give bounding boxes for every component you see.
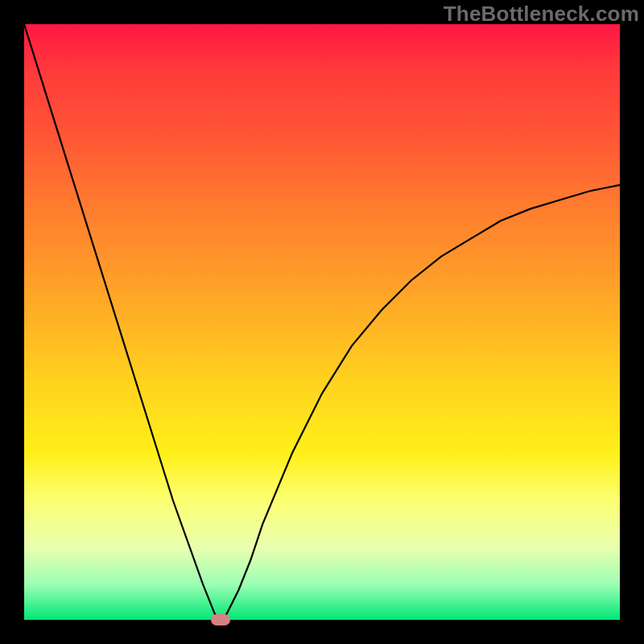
watermark-text: TheBottleneck.com: [444, 2, 639, 27]
min-marker: [211, 614, 230, 625]
chart-frame: TheBottleneck.com: [0, 0, 644, 644]
bottleneck-curve: [24, 24, 620, 620]
plot-area: [24, 24, 620, 620]
curve-svg: [24, 24, 620, 620]
